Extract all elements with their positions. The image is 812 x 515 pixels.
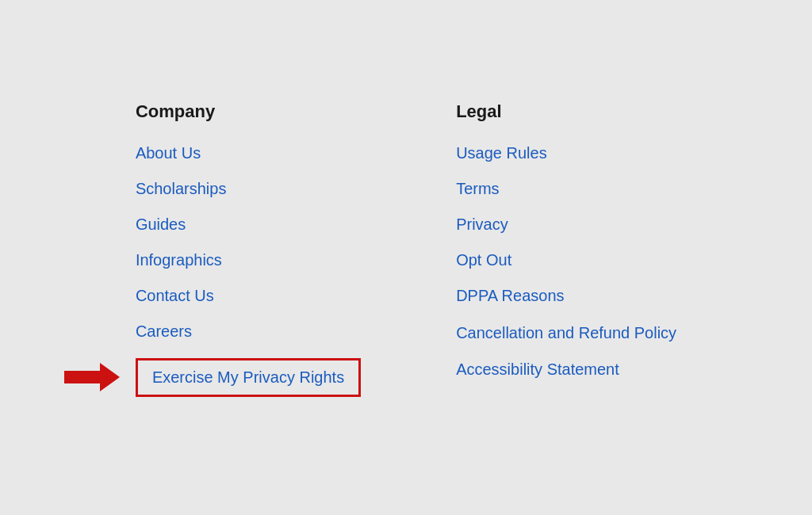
highlight-item-privacy-rights: Exercise My Privacy Rights [136, 358, 361, 397]
highlight-box: Exercise My Privacy Rights [136, 358, 361, 397]
link-careers[interactable]: Careers [136, 322, 361, 341]
svg-marker-0 [64, 363, 120, 391]
link-contact-us[interactable]: Contact Us [136, 287, 361, 305]
link-accessibility-statement[interactable]: Accessibility Statement [456, 360, 676, 379]
link-dppa-reasons[interactable]: DPPA Reasons [456, 287, 676, 305]
link-guides[interactable]: Guides [136, 216, 361, 234]
legal-column: Legal Usage Rules Terms Privacy Opt Out … [456, 101, 676, 414]
link-privacy[interactable]: Privacy [456, 216, 676, 234]
link-usage-rules[interactable]: Usage Rules [456, 144, 676, 162]
link-opt-out[interactable]: Opt Out [456, 251, 676, 269]
company-heading: Company [136, 101, 361, 122]
legal-heading: Legal [456, 101, 676, 122]
link-exercise-privacy-rights[interactable]: Exercise My Privacy Rights [152, 368, 344, 386]
arrow-container [64, 363, 120, 391]
footer-navigation: Company About Us Scholarships Guides Inf… [72, 54, 740, 462]
link-about-us[interactable]: About Us [136, 144, 361, 162]
link-terms[interactable]: Terms [456, 180, 676, 198]
right-arrow-icon [64, 363, 120, 391]
link-scholarships[interactable]: Scholarships [136, 180, 361, 198]
link-infographics[interactable]: Infographics [136, 251, 361, 269]
link-cancellation-refund[interactable]: Cancellation and Refund Policy [456, 322, 676, 343]
company-column: Company About Us Scholarships Guides Inf… [136, 101, 361, 414]
